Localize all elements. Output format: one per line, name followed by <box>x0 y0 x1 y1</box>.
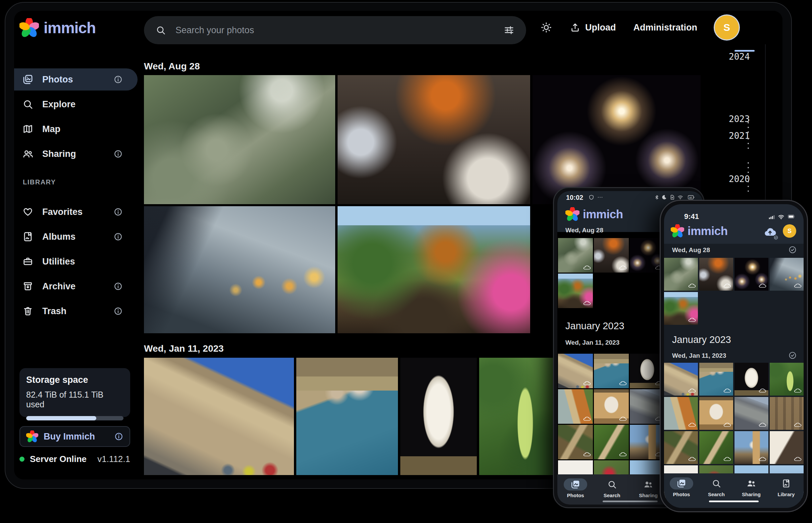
photo-lizard-on-log[interactable] <box>558 425 593 459</box>
photo-lizard-on-moss[interactable] <box>594 425 629 459</box>
nav-item-sharing[interactable]: Sharing <box>734 477 769 497</box>
photo-fortress-walls[interactable] <box>664 363 698 396</box>
photo-marble-bust[interactable] <box>735 363 768 396</box>
photo-autumn-park-path[interactable] <box>558 274 593 308</box>
photo-monkeys-at-zoo[interactable] <box>144 75 335 204</box>
photo-fortress-walls[interactable] <box>144 358 294 475</box>
scrubber-dot <box>747 162 749 164</box>
upload-button[interactable]: Upload <box>570 22 616 33</box>
photo-snowy-church[interactable] <box>735 431 768 464</box>
info-icon[interactable] <box>114 282 123 291</box>
nav-item-photos[interactable]: Photos <box>557 479 594 498</box>
photo-fireworks[interactable] <box>735 258 768 291</box>
photo-autumn-dinner-table[interactable] <box>338 75 530 204</box>
info-icon[interactable] <box>114 432 123 441</box>
sidebar-item-archive[interactable]: Archive <box>14 275 138 297</box>
photo-monkeys-at-zoo[interactable] <box>558 238 593 273</box>
nav-item-photos[interactable]: Photos <box>664 477 699 497</box>
photo-holding-hands[interactable] <box>144 206 335 333</box>
moon-icon <box>661 194 668 200</box>
sidebar-item-albums[interactable]: Albums <box>14 226 138 248</box>
cloud-icon <box>758 422 766 428</box>
photo-autumn-park-path[interactable] <box>338 206 530 333</box>
storage-usage: 82.4 TiB of 115.1 TiB used <box>26 390 123 409</box>
photo-fortress-walls[interactable] <box>558 354 593 388</box>
cloud-upload-icon[interactable] <box>763 226 777 239</box>
photo-autumn-dinner-table[interactable] <box>699 258 733 291</box>
cloud-icon <box>758 283 766 289</box>
photo-lizard-on-moss[interactable] <box>699 431 733 464</box>
filter-icon[interactable] <box>503 24 515 36</box>
scrubber-year[interactable]: 2021 <box>729 131 750 141</box>
photo-sea-grapes[interactable] <box>479 358 556 475</box>
status-time: 10:02 <box>566 194 583 201</box>
sidebar-item-utilities[interactable]: Utilities <box>14 250 138 273</box>
photo-holding-hands[interactable] <box>770 258 804 291</box>
sidebar-item-explore[interactable]: Explore <box>14 93 138 115</box>
check-circle-icon[interactable] <box>788 246 797 254</box>
avatar[interactable]: S <box>783 224 796 238</box>
photos-icon <box>670 477 693 489</box>
nav-item-search[interactable]: Search <box>699 477 734 497</box>
scrubber-dot <box>747 181 749 182</box>
sync-check-badge <box>773 235 779 240</box>
photo-sea-grapes[interactable] <box>770 363 804 396</box>
check-circle-icon[interactable] <box>788 351 797 360</box>
sidebar-item-sharing[interactable]: Sharing <box>14 143 138 165</box>
photo-lizard-on-log[interactable] <box>664 431 698 464</box>
info-icon[interactable] <box>114 149 123 159</box>
buy-immich-button[interactable]: Buy Immich <box>19 426 130 447</box>
date-header: Wed, Aug 28 <box>565 227 603 234</box>
month-header: January 2023 <box>672 334 731 345</box>
signal-icon <box>768 213 775 221</box>
avatar[interactable]: S <box>715 15 739 39</box>
sidebar-item-favorites[interactable]: Favorites <box>14 201 138 223</box>
photo-autumn-dinner-table[interactable] <box>594 238 629 273</box>
scrubber-year[interactable]: 2024 <box>729 52 750 62</box>
info-icon[interactable] <box>114 306 123 316</box>
search-bar[interactable] <box>144 16 526 44</box>
search-input[interactable] <box>175 25 495 36</box>
photo-winter-house[interactable] <box>770 431 804 464</box>
sun-icon[interactable] <box>540 21 552 34</box>
photo-stone-sculpture[interactable] <box>699 397 733 430</box>
photo-coastal-town[interactable] <box>296 358 398 475</box>
nav-item-library[interactable]: Library <box>769 477 804 497</box>
photo-stone-sculpture[interactable] <box>594 389 629 424</box>
info-icon[interactable] <box>114 75 123 84</box>
sidebar-item-trash[interactable]: Trash <box>14 300 138 322</box>
sidebar-item-label: Trash <box>42 306 66 317</box>
sidebar-item-photos[interactable]: Photos <box>14 68 138 91</box>
photo-beach-cliff[interactable] <box>558 389 593 424</box>
photo-coastal-town[interactable] <box>699 363 733 396</box>
immich-logo[interactable]: immich <box>19 18 96 38</box>
search-icon <box>155 25 166 36</box>
photo-stone-bridge[interactable] <box>770 397 804 430</box>
administration-link[interactable]: Administration <box>633 22 697 33</box>
home-indicator[interactable] <box>709 501 759 502</box>
photo-marble-bust[interactable] <box>400 358 477 475</box>
photo-monkeys-at-zoo[interactable] <box>664 258 698 291</box>
photo-castle-ruins[interactable] <box>735 397 768 430</box>
photo-autumn-park-path[interactable] <box>664 292 698 325</box>
map-icon <box>22 123 34 135</box>
server-status-label: Server Online <box>30 454 87 464</box>
scrubber-year[interactable]: 2020 <box>729 174 750 184</box>
nav-item-search[interactable]: Search <box>594 479 630 498</box>
nav-item-label: Photos <box>673 491 690 497</box>
cloud-icon <box>688 422 696 428</box>
sidebar-item-map[interactable]: Map <box>14 118 138 140</box>
search-icon <box>705 477 728 489</box>
cloud-icon <box>794 456 801 462</box>
photo-coastal-town[interactable] <box>594 354 629 388</box>
scrubber-year[interactable]: 2023 <box>729 114 750 124</box>
nav-item-label: Search <box>708 491 725 497</box>
info-icon[interactable] <box>114 207 123 217</box>
date-header: Wed, Aug 28 <box>144 61 200 72</box>
scrubber-dot <box>747 147 749 149</box>
home-indicator[interactable] <box>603 501 658 502</box>
photo-beach-cliff[interactable] <box>664 397 698 430</box>
cloud-icon <box>619 452 627 458</box>
photo-fireworks[interactable] <box>533 75 701 204</box>
info-icon[interactable] <box>114 232 123 241</box>
